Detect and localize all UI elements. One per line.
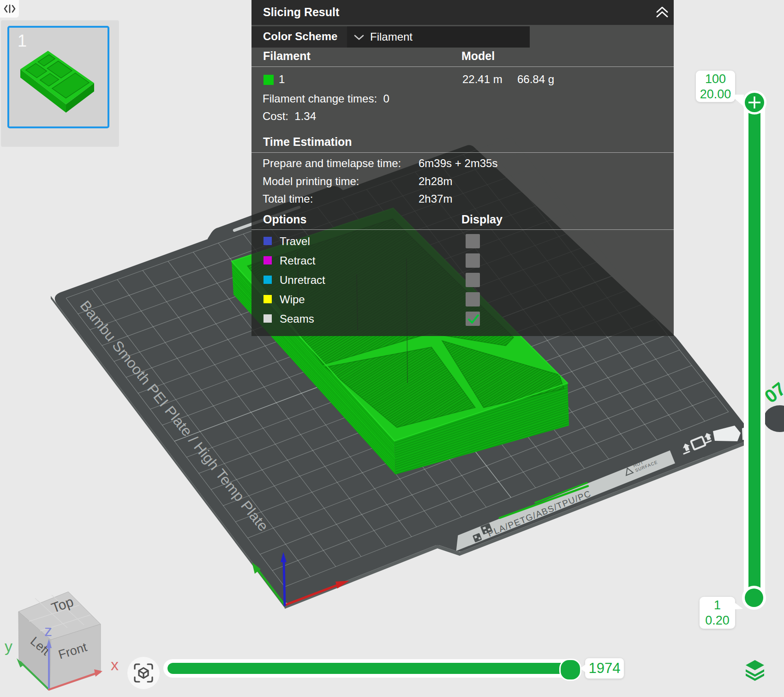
svg-text:07: 07 xyxy=(764,382,784,406)
svg-text:x: x xyxy=(111,656,119,673)
svg-text:z: z xyxy=(44,622,52,639)
svg-text:y: y xyxy=(5,637,12,655)
